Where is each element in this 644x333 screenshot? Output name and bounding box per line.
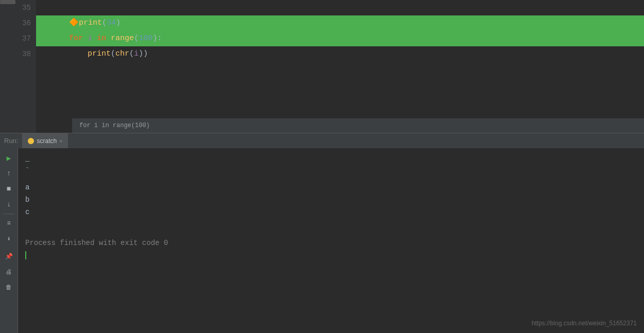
scroll-up-button[interactable]: ↑: [2, 166, 16, 181]
output-line-underscore: _: [25, 152, 637, 165]
rerun-button[interactable]: ≡: [2, 216, 16, 231]
run-button[interactable]: ▶: [2, 151, 16, 165]
run-label: Run:: [0, 137, 22, 145]
code-line-35: 🔶print(34): [36, 0, 644, 15]
editor-section: 35 36 37 38 🔶print(34) for i in range(10…: [0, 0, 644, 133]
output-line-empty-3: [25, 222, 637, 226]
run-tab-name: scratch: [37, 137, 57, 145]
output-line-empty-1: [25, 177, 637, 181]
line-number-36: 36: [0, 15, 31, 31]
editor-hint: for i in range(100): [72, 118, 644, 133]
output-line-c: c: [25, 206, 637, 218]
code-area[interactable]: 🔶print(34) for i in range(100): print(ch…: [36, 0, 644, 133]
run-tab-close[interactable]: ×: [59, 138, 62, 144]
line-number-38: 38: [0, 46, 31, 62]
run-toolbar: ▶ ↑ ■ ↓ ≡ ⬇ 📌 🖨 🗑: [0, 148, 18, 333]
run-panel: ▶ ↑ ■ ↓ ≡ ⬇ 📌 🖨 🗑 _ ` a b c Process fini…: [0, 148, 644, 333]
code-line-36: for i in range(100):: [36, 15, 644, 31]
print-button[interactable]: 🖨: [2, 265, 16, 279]
clear-button[interactable]: 🗑: [2, 280, 16, 294]
toolbar-separator: [3, 214, 14, 214]
watermark: https://blog.csdn.net/weixin_51652371: [532, 320, 637, 327]
output-line-empty-2: [25, 218, 637, 222]
run-tab-icon: [28, 138, 34, 144]
output-line-a: a: [25, 181, 637, 194]
run-header: Run: scratch ×: [0, 133, 644, 148]
download-button[interactable]: ⬇: [2, 232, 16, 246]
output-cursor: [25, 251, 26, 259]
line-numbers: 35 36 37 38: [0, 0, 36, 133]
output-cursor-line: [25, 249, 637, 259]
stop-button[interactable]: ■: [2, 182, 16, 196]
scroll-down-button[interactable]: ↓: [2, 197, 16, 212]
line-number-37: 37: [0, 31, 31, 46]
output-line-b: b: [25, 194, 637, 206]
output-process-finished: Process finished with exit code 0: [25, 237, 637, 249]
pin-button[interactable]: 📌: [2, 249, 16, 264]
top-scrollbar[interactable]: [0, 0, 15, 4]
run-output: _ ` a b c Process finished with exit cod…: [18, 148, 644, 333]
run-tab[interactable]: scratch ×: [22, 133, 67, 148]
output-line-backtick: `: [25, 165, 637, 177]
